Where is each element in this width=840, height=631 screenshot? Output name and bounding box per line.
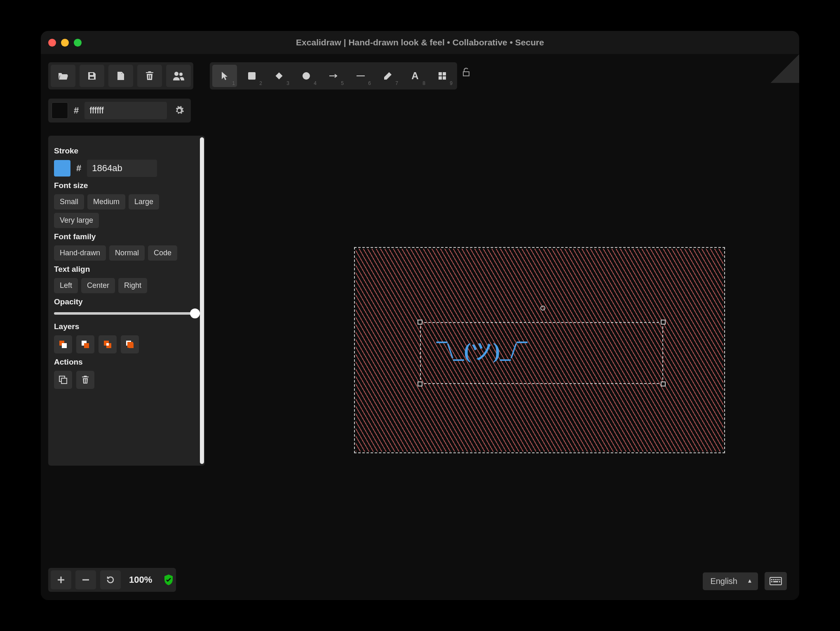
app-window: Excalidraw | Hand-drawn look & feel • Co… (41, 31, 799, 600)
zoom-toolbar: 100% (48, 568, 176, 592)
save-button[interactable] (80, 65, 104, 87)
svg-rect-26 (775, 579, 777, 580)
svg-rect-16 (106, 343, 109, 346)
zoom-level[interactable]: 100% (125, 574, 156, 585)
send-backward-button[interactable] (76, 335, 94, 353)
export-button[interactable] (108, 65, 133, 87)
font-size-options: Small Medium Large Very large (54, 194, 199, 228)
actions-buttons (54, 371, 199, 389)
encryption-shield-icon[interactable] (164, 574, 174, 586)
plus-icon (57, 576, 65, 584)
opacity-label: Opacity (54, 297, 199, 306)
bring-forward-button[interactable] (99, 335, 117, 353)
opacity-slider[interactable] (54, 312, 199, 315)
zoom-in-button[interactable] (51, 570, 71, 589)
bring-to-front-icon (125, 339, 135, 349)
open-button[interactable] (51, 65, 75, 87)
canvas[interactable]: ¯\_(ツ)_/¯ (206, 54, 799, 600)
send-to-back-button[interactable] (54, 335, 72, 353)
properties-panel: Stroke # Font size Small Medium Large Ve… (48, 136, 205, 466)
text-align-center[interactable]: Center (81, 278, 115, 293)
opacity-slider-thumb[interactable] (190, 308, 200, 318)
titlebar: Excalidraw | Hand-drawn look & feel • Co… (41, 31, 799, 54)
selection-handle-sw[interactable] (418, 381, 422, 386)
zoom-reset-button[interactable] (100, 570, 121, 589)
users-icon (173, 71, 184, 80)
duplicate-button[interactable] (54, 371, 72, 389)
text-align-label: Text align (54, 265, 199, 274)
hash-label: # (72, 105, 80, 116)
save-icon (87, 71, 97, 81)
text-align-right[interactable]: Right (118, 278, 147, 293)
svg-rect-29 (771, 581, 772, 582)
send-to-back-icon (58, 339, 68, 349)
shield-icon (164, 574, 174, 586)
svg-rect-28 (779, 579, 780, 580)
settings-button[interactable] (171, 102, 188, 119)
keyboard-shortcuts-button[interactable] (765, 572, 787, 590)
svg-rect-25 (773, 579, 774, 580)
selection-handle-nw[interactable] (418, 320, 422, 325)
svg-point-0 (174, 72, 178, 76)
selection-handle-se[interactable] (661, 381, 666, 386)
canvas-text-element[interactable]: ¯\_(ツ)_/¯ (436, 337, 528, 365)
font-size-large[interactable]: Large (129, 194, 159, 210)
bring-forward-icon (103, 339, 113, 349)
gear-icon (174, 106, 184, 115)
selection-handle-ne[interactable] (661, 320, 666, 325)
svg-rect-11 (62, 343, 67, 348)
svg-rect-27 (777, 579, 779, 580)
svg-rect-31 (779, 581, 780, 582)
svg-rect-13 (84, 343, 89, 348)
stroke-swatch[interactable] (54, 160, 70, 177)
close-window-button[interactable] (48, 39, 56, 47)
panel-scrollbar[interactable] (200, 137, 204, 464)
zoom-out-button[interactable] (75, 570, 96, 589)
svg-rect-20 (127, 342, 133, 348)
language-selected: English (710, 577, 737, 586)
traffic-lights (48, 39, 82, 47)
background-swatch[interactable] (52, 102, 68, 119)
minimize-window-button[interactable] (61, 39, 69, 47)
canvas-background-picker: # (48, 99, 191, 122)
collaborate-button[interactable] (166, 65, 191, 87)
delete-button[interactable] (76, 371, 94, 389)
stroke-hex-input[interactable] (87, 160, 157, 177)
font-family-options: Hand-drawn Normal Code (54, 245, 199, 261)
rotation-handle[interactable] (540, 306, 545, 311)
file-action-toolbar (48, 62, 193, 89)
export-icon (116, 71, 126, 81)
font-family-label: Font family (54, 232, 199, 241)
trash-small-icon (81, 375, 89, 384)
font-family-normal[interactable]: Normal (109, 245, 145, 261)
clear-canvas-button[interactable] (137, 65, 162, 87)
maximize-window-button[interactable] (74, 39, 82, 47)
text-align-options: Left Center Right (54, 278, 199, 293)
text-align-left[interactable]: Left (54, 278, 78, 293)
font-size-label: Font size (54, 181, 199, 190)
language-selector[interactable]: English (703, 572, 758, 590)
layers-label: Layers (54, 322, 199, 331)
duplicate-icon (59, 375, 68, 384)
svg-rect-30 (773, 581, 778, 582)
font-size-small[interactable]: Small (54, 194, 84, 210)
reset-icon (106, 575, 115, 584)
svg-point-1 (179, 73, 183, 76)
font-family-code[interactable]: Code (148, 245, 177, 261)
bring-to-front-button[interactable] (121, 335, 139, 353)
font-size-medium[interactable]: Medium (87, 194, 125, 210)
svg-rect-24 (771, 579, 772, 580)
stroke-label: Stroke (54, 146, 199, 155)
keyboard-icon (770, 577, 782, 585)
trash-icon (145, 71, 154, 81)
font-family-hand-drawn[interactable]: Hand-drawn (54, 245, 106, 261)
folder-open-icon (58, 71, 68, 80)
window-title: Excalidraw | Hand-drawn look & feel • Co… (296, 38, 544, 47)
background-hex-input[interactable] (84, 102, 167, 119)
actions-label: Actions (54, 358, 199, 367)
app-content: 1 2 3 4 5 6 7 (41, 54, 799, 600)
svg-rect-22 (61, 378, 67, 384)
font-size-very-large[interactable]: Very large (54, 213, 99, 228)
stroke-color-row: # (54, 160, 199, 177)
stroke-hash-label: # (75, 163, 83, 174)
